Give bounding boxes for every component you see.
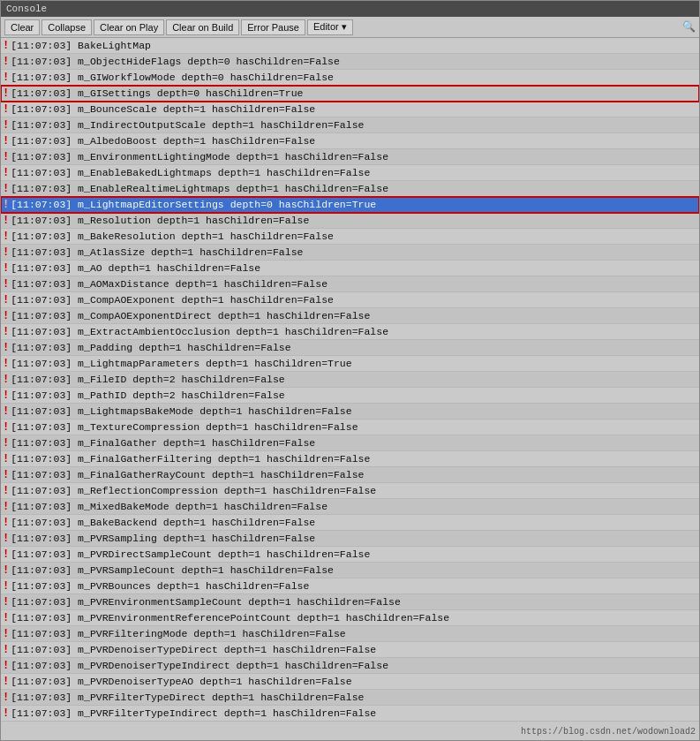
- error-icon: !: [3, 295, 9, 306]
- error-icon: !: [3, 502, 9, 512]
- log-row[interactable]: ![11:07:03] m_PVRSampling depth=1 hasChi…: [1, 531, 699, 547]
- log-row[interactable]: ![11:07:03] m_EnvironmentLightingMode de…: [1, 149, 699, 165]
- log-text: [11:07:03] m_EnableRealtimeLightmaps dep…: [11, 181, 388, 196]
- log-text: [11:07:03] BakeLightMap: [11, 38, 151, 53]
- log-row[interactable]: ![11:07:03] m_MixedBakeMode depth=1 hasC…: [1, 499, 699, 515]
- error-icon: !: [3, 597, 9, 608]
- log-row[interactable]: ![11:07:03] m_PVREnvironmentSampleCount …: [1, 594, 699, 610]
- error-icon: !: [3, 629, 9, 639]
- log-row[interactable]: ![11:07:03] m_PVRFilterTypeIndirect dept…: [1, 706, 699, 722]
- log-row[interactable]: ![11:07:03] m_LightmapEditorSettings dep…: [1, 197, 699, 213]
- log-row[interactable]: ![11:07:03] m_PVRFilterTypeDirect depth=…: [1, 690, 699, 706]
- log-row[interactable]: ![11:07:03] m_BakeBackend depth=1 hasChi…: [1, 515, 699, 531]
- log-text: [11:07:03] m_Resolution depth=1 hasChild…: [11, 213, 309, 228]
- log-row[interactable]: ![11:07:03] m_EnableRealtimeLightmaps de…: [1, 181, 699, 197]
- log-text: [11:07:03] m_PathID depth=2 hasChildren=…: [11, 388, 285, 403]
- log-text: [11:07:03] m_FinalGatherRayCount depth=1…: [11, 467, 364, 482]
- error-icon: !: [3, 486, 9, 496]
- log-row[interactable]: ![11:07:03] m_AlbedoBoost depth=1 hasChi…: [1, 133, 699, 149]
- log-row[interactable]: ![11:07:03] m_PVRSampleCount depth=1 has…: [1, 563, 699, 578]
- log-row[interactable]: ![11:07:03] m_FinalGatherRayCount depth=…: [1, 467, 699, 483]
- log-text: [11:07:03] m_FinalGather depth=1 hasChil…: [11, 435, 315, 450]
- log-text: [11:07:03] m_AlbedoBoost depth=1 hasChil…: [11, 133, 315, 148]
- log-row[interactable]: ![11:07:03] m_IndirectOutputScale depth=…: [1, 117, 699, 133]
- error-icon: !: [3, 677, 9, 687]
- error-icon: !: [3, 406, 9, 417]
- log-row[interactable]: ![11:07:03] m_FileID depth=2 hasChildren…: [1, 372, 699, 388]
- log-text: [11:07:03] m_LightmapEditorSettings dept…: [11, 197, 376, 212]
- search-icon: 🔍: [682, 20, 696, 34]
- log-text: [11:07:03] m_PVRSampleCount depth=1 hasC…: [11, 563, 334, 578]
- log-row[interactable]: ![11:07:03] m_PVRDirectSampleCount depth…: [1, 547, 699, 563]
- log-row[interactable]: ![11:07:03] m_Padding depth=1 hasChildre…: [1, 340, 699, 356]
- log-text: [11:07:03] m_LightmapsBakeMode depth=1 h…: [11, 404, 351, 419]
- clear-on-build-button[interactable]: Clear on Build: [166, 19, 239, 35]
- log-row[interactable]: ![11:07:03] m_GISettings depth=0 hasChil…: [1, 86, 699, 102]
- log-row[interactable]: ![11:07:03] m_PathID depth=2 hasChildren…: [1, 388, 699, 404]
- log-row[interactable]: ![11:07:03] m_PVRDenoiserTypeIndirect de…: [1, 658, 699, 674]
- log-text: [11:07:03] m_PVRFilteringMode depth=1 ha…: [11, 626, 346, 641]
- log-text: [11:07:03] m_LightmapParameters depth=1 …: [11, 356, 351, 371]
- log-row[interactable]: ![11:07:03] m_LightmapsBakeMode depth=1 …: [1, 404, 699, 420]
- log-row[interactable]: ![11:07:03] m_EnableBakedLightmaps depth…: [1, 165, 699, 181]
- error-icon: !: [3, 581, 9, 592]
- log-row[interactable]: ![11:07:03] m_GIWorkflowMode depth=0 has…: [1, 70, 699, 86]
- log-row[interactable]: ![11:07:03] m_TextureCompression depth=1…: [1, 420, 699, 435]
- log-row[interactable]: ![11:07:03] m_AtlasSize depth=1 hasChild…: [1, 245, 699, 261]
- error-icon: !: [3, 692, 9, 703]
- console-content: ![11:07:03] BakeLightMap![11:07:03] m_Ob…: [1, 38, 699, 740]
- log-text: [11:07:03] m_ObjectHideFlags depth=0 has…: [11, 54, 340, 69]
- log-row[interactable]: ![11:07:03] m_PVRDenoiserTypeAO depth=1 …: [1, 674, 699, 690]
- log-row[interactable]: ![11:07:03] m_BakeResolution depth=1 has…: [1, 229, 699, 245]
- log-text: [11:07:03] m_EnvironmentLightingMode dep…: [11, 149, 388, 164]
- log-text: [11:07:03] m_BounceScale depth=1 hasChil…: [11, 102, 315, 117]
- log-row[interactable]: ![11:07:03] m_CompAOExponentDirect depth…: [1, 308, 699, 324]
- log-row[interactable]: ![11:07:03] m_BounceScale depth=1 hasChi…: [1, 102, 699, 117]
- error-icon: !: [3, 327, 9, 337]
- log-row[interactable]: ![11:07:03] m_Resolution depth=1 hasChil…: [1, 213, 699, 229]
- log-row[interactable]: ![11:07:03] m_PVRBounces depth=1 hasChil…: [1, 578, 699, 594]
- clear-on-play-button[interactable]: Clear on Play: [94, 19, 164, 35]
- error-icon: !: [3, 470, 9, 480]
- error-icon: !: [3, 152, 9, 163]
- log-text: [11:07:03] m_PVRBounces depth=1 hasChild…: [11, 578, 309, 594]
- error-icon: !: [3, 343, 9, 353]
- log-text: [11:07:03] m_PVRDenoiserTypeDirect depth…: [11, 642, 376, 657]
- log-row[interactable]: ![11:07:03] m_PVRFilteringMode depth=1 h…: [1, 626, 699, 642]
- log-row[interactable]: ![11:07:03] m_PVREnvironmentReferencePoi…: [1, 610, 699, 626]
- error-icon: !: [3, 422, 9, 433]
- error-icon: !: [3, 279, 9, 290]
- error-icon: !: [3, 168, 9, 178]
- log-text: [11:07:03] m_GISettings depth=0 hasChild…: [11, 86, 303, 101]
- error-icon: !: [3, 41, 9, 51]
- editor-button[interactable]: Editor ▾: [307, 19, 353, 35]
- log-area[interactable]: ![11:07:03] BakeLightMap![11:07:03] m_Ob…: [1, 38, 699, 740]
- error-icon: !: [3, 565, 9, 576]
- log-row[interactable]: ![11:07:03] m_FinalGatherFiltering depth…: [1, 451, 699, 467]
- log-row[interactable]: ![11:07:03] m_AO depth=1 hasChildren=Fal…: [1, 261, 699, 276]
- log-text: [11:07:03] m_ExtractAmbientOcclusion dep…: [11, 324, 388, 339]
- log-row[interactable]: ![11:07:03] m_LightmapParameters depth=1…: [1, 356, 699, 372]
- log-row[interactable]: ![11:07:03] m_ExtractAmbientOcclusion de…: [1, 324, 699, 340]
- error-icon: !: [3, 200, 9, 210]
- log-row[interactable]: ![11:07:03] m_FinalGather depth=1 hasChi…: [1, 435, 699, 451]
- log-text: [11:07:03] m_MixedBakeMode depth=1 hasCh…: [11, 499, 327, 514]
- error-icon: !: [3, 215, 9, 226]
- toolbar: ClearCollapseClear on PlayClear on Build…: [1, 17, 699, 38]
- error-icon: !: [3, 390, 9, 401]
- log-text: [11:07:03] m_CompAOExponent depth=1 hasC…: [11, 292, 334, 307]
- watermark: https://blog.csdn.net/wodownload2: [521, 727, 696, 737]
- log-row[interactable]: ![11:07:03] m_CompAOExponent depth=1 has…: [1, 292, 699, 308]
- log-text: [11:07:03] m_FinalGatherFiltering depth=…: [11, 451, 370, 466]
- log-text: [11:07:03] m_BakeBackend depth=1 hasChil…: [11, 515, 315, 530]
- log-row[interactable]: ![11:07:03] BakeLightMap: [1, 38, 699, 54]
- log-row[interactable]: ![11:07:03] m_ReflectionCompression dept…: [1, 483, 699, 499]
- log-text: [11:07:03] m_PVREnvironmentSampleCount d…: [11, 594, 401, 609]
- clear-button[interactable]: Clear: [4, 19, 40, 35]
- log-row[interactable]: ![11:07:03] m_ObjectHideFlags depth=0 ha…: [1, 54, 699, 70]
- log-row[interactable]: ![11:07:03] m_AOMaxDistance depth=1 hasC…: [1, 276, 699, 292]
- error-pause-button[interactable]: Error Pause: [241, 19, 305, 35]
- collapse-button[interactable]: Collapse: [41, 19, 92, 35]
- search-area: 🔍: [682, 20, 696, 34]
- log-row[interactable]: ![11:07:03] m_PVRDenoiserTypeDirect dept…: [1, 642, 699, 658]
